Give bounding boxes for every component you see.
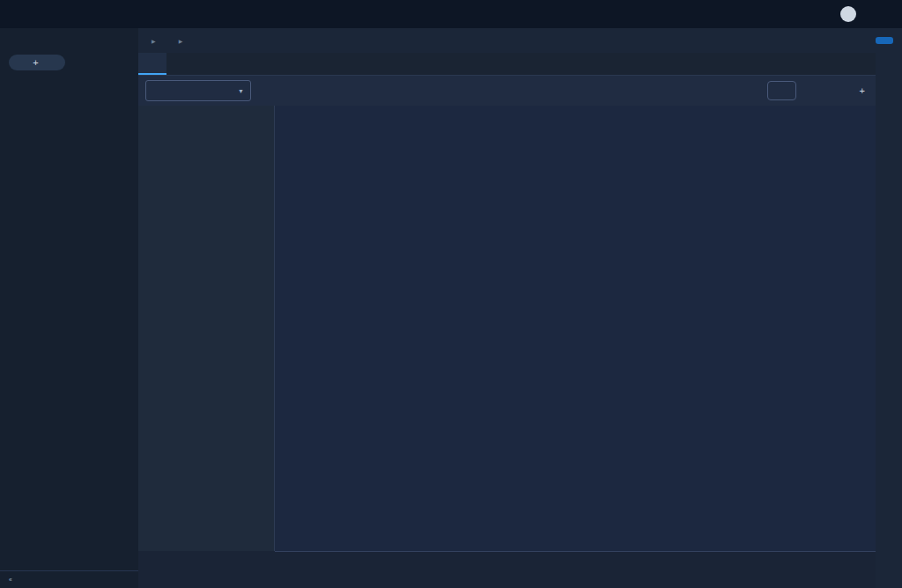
gear-icon — [834, 86, 844, 96]
main-area: ▶ ▶ ▼ — [138, 28, 902, 588]
top-bar — [0, 0, 902, 28]
exonaut-logo-icon — [11, 8, 24, 21]
chevron-down-icon[interactable] — [883, 10, 891, 18]
supporting-modules-label — [0, 155, 138, 169]
caret-down-icon: ▼ — [238, 88, 244, 94]
plus-icon: + — [33, 58, 38, 68]
notifications-bell-icon[interactable] — [764, 8, 776, 20]
edit-button[interactable] — [876, 37, 893, 44]
create-button[interactable]: + — [9, 55, 65, 70]
apps-grid-icon[interactable] — [815, 8, 827, 20]
exercise-mode-label — [0, 83, 138, 92]
gantt-chart[interactable] — [275, 106, 876, 551]
sidebar-item-plan[interactable] — [0, 113, 138, 134]
tab-timeline[interactable] — [138, 53, 166, 75]
sidebar-item-direct[interactable] — [0, 92, 138, 113]
back-to-operational-mode-link[interactable] — [0, 28, 138, 48]
sidebar: + « — [0, 28, 138, 588]
target-icon — [775, 86, 785, 96]
arrow-left-icon — [9, 39, 16, 46]
print-button[interactable] — [809, 86, 822, 96]
app-logo — [11, 8, 29, 21]
plus-icon: + — [860, 86, 865, 96]
avatar[interactable] — [840, 6, 856, 22]
breadcrumb-separator: ▶ — [179, 38, 183, 44]
create-inject-button[interactable]: + — [860, 86, 869, 96]
chat-icon[interactable] — [738, 8, 750, 20]
tab-content: ▼ + — [138, 53, 876, 588]
help-icon[interactable] — [789, 8, 802, 20]
settings-button[interactable] — [834, 86, 847, 96]
sidebar-item-evaluate[interactable] — [0, 134, 138, 155]
direct-icon — [11, 98, 20, 107]
timeline-gantt — [138, 106, 876, 588]
folder-icon — [160, 36, 170, 46]
plan-icon — [11, 119, 20, 129]
row-label-column — [138, 106, 275, 551]
print-icon — [809, 86, 818, 96]
breadcrumb: ▶ ▶ — [138, 28, 902, 53]
breadcrumb-separator: ▶ — [152, 38, 156, 44]
time-axis — [275, 551, 876, 577]
collapse-button[interactable]: « — [0, 570, 138, 588]
exercise-title — [0, 74, 138, 83]
info-icon — [11, 175, 20, 185]
tab-bar — [138, 53, 876, 76]
grouping-dropdown[interactable]: ▼ — [145, 80, 251, 101]
set-at-current-time-button[interactable] — [767, 81, 796, 100]
sidebar-item-information-sets[interactable] — [0, 169, 138, 190]
collapse-icon: « — [9, 577, 12, 583]
right-toolbar-rail — [876, 53, 902, 588]
evaluate-icon — [11, 140, 20, 150]
timeline-toolbar: ▼ + — [138, 76, 876, 106]
fullscreen-icon[interactable] — [856, 59, 867, 70]
